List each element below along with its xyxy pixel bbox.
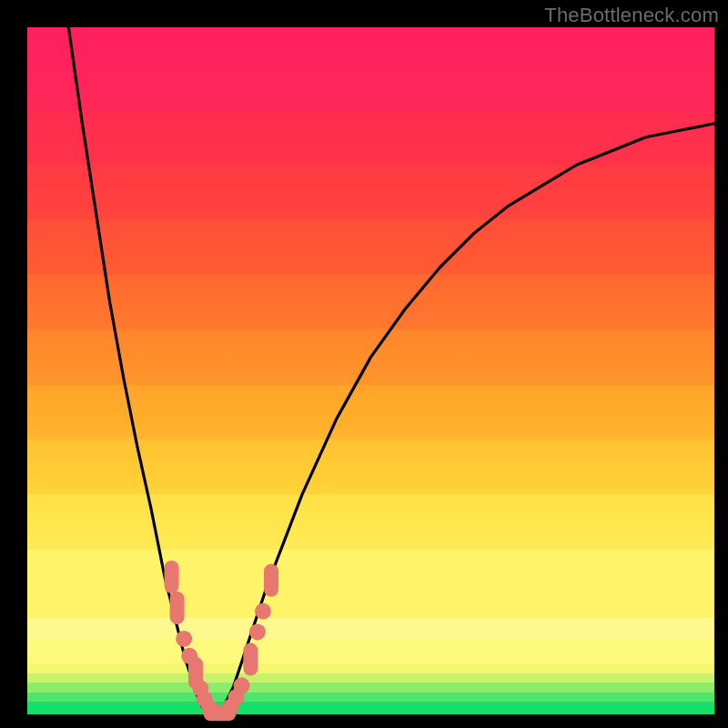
marker-layer: [165, 561, 278, 721]
curve-right-branch: [219, 124, 714, 714]
data-marker: [234, 677, 250, 693]
data-marker: [165, 561, 179, 593]
data-marker: [176, 631, 192, 647]
data-marker: [264, 564, 278, 597]
data-marker: [243, 643, 258, 676]
data-marker: [255, 603, 271, 620]
watermark-text: TheBottleneck.com: [544, 4, 719, 27]
data-marker: [170, 592, 185, 624]
curve-layer: [68, 27, 714, 714]
curve-left-branch: [68, 27, 206, 714]
chart-frame: TheBottleneck.com: [0, 0, 728, 728]
data-marker: [249, 623, 266, 640]
chart-svg: [27, 27, 714, 714]
